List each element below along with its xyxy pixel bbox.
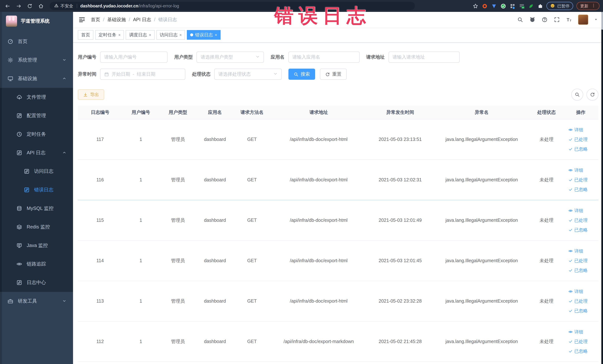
action-已忽略[interactable]: 已忽略 <box>568 348 588 354</box>
reset-button[interactable]: 重置 <box>320 69 347 80</box>
cell: dashboard <box>197 137 233 142</box>
search-icon[interactable] <box>517 16 523 23</box>
home-icon[interactable] <box>37 2 45 10</box>
process-status-select[interactable]: 请选择处理状态 <box>214 69 282 80</box>
action-已处理[interactable]: 已处理 <box>568 258 588 264</box>
sidebar-item-链路追踪[interactable]: 链路追踪 <box>0 255 73 273</box>
fullscreen-icon[interactable] <box>554 16 560 23</box>
action-详细[interactable]: 详细 <box>568 208 583 214</box>
reload-icon[interactable] <box>26 2 33 10</box>
filter-user-id: 用户编号 <box>78 52 168 63</box>
table-row[interactable]: 1131管理员dashboardGET/api/infra/db-doc/exp… <box>78 281 598 322</box>
tab-访问日志[interactable]: 访问日志 × <box>156 30 185 40</box>
app-name-input[interactable] <box>288 52 359 63</box>
github-icon[interactable] <box>529 16 536 23</box>
table-row[interactable]: 1151管理员dashboardGET/api/infra/db-doc/exp… <box>78 200 598 241</box>
sidebar-item-系统管理[interactable]: 系统管理 <box>0 51 73 69</box>
breadcrumb-item-基础设施[interactable]: 基础设施 <box>107 16 126 23</box>
fontsize-icon[interactable]: TT <box>566 16 572 23</box>
exception-time-daterange[interactable]: 开始日期 - 结束日期 <box>100 69 185 80</box>
user-id-input[interactable] <box>100 52 168 63</box>
breadcrumb-item-首页[interactable]: 首页 <box>91 16 100 23</box>
bookmark-star-icon[interactable] <box>472 3 478 9</box>
table-body: 1171管理员dashboardGET/api/infra/db-doc/exp… <box>78 119 598 362</box>
action-已处理[interactable]: 已处理 <box>568 298 588 304</box>
cell: 未处理 <box>530 258 563 264</box>
table-row[interactable]: 1141管理员dashboardGET/api/infra/db-doc/exp… <box>78 241 598 281</box>
tab-close-icon[interactable]: × <box>215 33 217 37</box>
ext-grid-drop-icon[interactable] <box>509 3 515 9</box>
table-row[interactable]: 1121管理员dashboardGET/api/infra/db-doc/exp… <box>78 322 598 362</box>
ext-blue-shield-icon[interactable] <box>491 3 497 9</box>
app-logo[interactable]: 芋道管理系统 <box>0 12 73 30</box>
sidebar-item-首页[interactable]: 首页 <box>0 32 73 51</box>
action-详细[interactable]: 详细 <box>568 248 583 254</box>
sidebar-item-访问日志[interactable]: 访问日志 <box>0 162 73 181</box>
tab-调度日志[interactable]: 调度日志 × <box>126 30 155 40</box>
sidebar-item-Redis 监控[interactable]: Redis 监控 <box>0 218 73 236</box>
sidebar-item-配置管理[interactable]: 配置管理 <box>0 106 73 125</box>
security-warning[interactable]: 不安全 <box>54 3 73 9</box>
action-已处理[interactable]: 已处理 <box>568 177 588 183</box>
question-icon[interactable] <box>541 16 548 23</box>
user-avatar[interactable] <box>578 14 588 25</box>
page-scrollbar[interactable] <box>601 12 603 364</box>
action-详细[interactable]: 详细 <box>568 167 583 173</box>
action-已处理[interactable]: 已处理 <box>568 338 588 345</box>
refresh-button[interactable] <box>587 89 598 101</box>
content: 用户编号 用户类型 请选择用户类型 应用名 请求地址 <box>73 43 603 364</box>
topbar-icons: TT <box>517 14 598 25</box>
sidebar-item-label: Java 监控 <box>27 242 48 249</box>
export-button[interactable]: 导出 <box>78 89 104 100</box>
profile-paused-pill[interactable]: 已暂停 <box>546 2 573 10</box>
sidebar-item-日志中心[interactable]: 日志中心 <box>0 273 73 292</box>
check-icon <box>568 299 573 303</box>
tab-close-icon[interactable]: × <box>149 33 151 37</box>
caret-down-icon[interactable] <box>594 16 598 23</box>
browser-update-button[interactable]: 更新 <box>577 2 600 10</box>
action-已忽略[interactable]: 已忽略 <box>568 146 588 152</box>
tab-错误日志[interactable]: 错误日志 × <box>187 30 220 40</box>
tab-定时任务[interactable]: 定时任务 × <box>95 30 124 40</box>
sidebar-item-MySQL 监控[interactable]: MySQL 监控 <box>0 199 73 218</box>
action-详细[interactable]: 详细 <box>568 127 583 133</box>
sidebar-item-文件管理[interactable]: 文件管理 <box>0 88 73 106</box>
action-已处理[interactable]: 已处理 <box>568 136 588 143</box>
user-type-select[interactable]: 请选择用户类型 <box>197 52 264 63</box>
sidebar-item-定时任务[interactable]: 定时任务 <box>0 125 73 143</box>
row-actions: 详细 已处理 已忽略 <box>563 208 598 233</box>
table-row[interactable]: 1171管理员dashboardGET/api/infra/db-doc/exp… <box>78 119 598 160</box>
action-详细[interactable]: 详细 <box>568 329 583 335</box>
action-详细[interactable]: 详细 <box>568 288 583 295</box>
sidebar-item-API 日志[interactable]: API 日志 <box>0 143 73 162</box>
action-已处理[interactable]: 已处理 <box>568 217 588 223</box>
request-url-input[interactable] <box>388 52 460 63</box>
page: 不安全 dashboard.yudao.iocoder.cn/infra/log… <box>0 0 603 364</box>
sidebar-item-Java 监控[interactable]: Java 监控 <box>0 236 73 255</box>
cell: 117 <box>78 137 122 142</box>
back-icon[interactable] <box>4 2 11 10</box>
sidebar-item-研发工具[interactable]: 研发工具 <box>0 292 73 310</box>
ext-on-badge-icon[interactable]: on <box>519 3 525 9</box>
tab-close-icon[interactable]: × <box>179 33 182 37</box>
action-已忽略[interactable]: 已忽略 <box>568 186 588 193</box>
toggle-search-button[interactable] <box>571 89 583 101</box>
search-button[interactable]: 搜索 <box>289 69 315 80</box>
tab-首页[interactable]: 首页 <box>78 30 93 40</box>
table-row[interactable]: 1161管理员dashboardGET/api/infra/db-doc/exp… <box>78 160 598 200</box>
action-已忽略[interactable]: 已忽略 <box>568 267 588 273</box>
browser-menu-icon[interactable] <box>591 3 596 9</box>
forward-icon[interactable] <box>15 2 22 10</box>
sidebar-item-基础设施[interactable]: 基础设施 <box>0 69 73 88</box>
hamburger-icon[interactable] <box>78 16 86 23</box>
action-已忽略[interactable]: 已忽略 <box>568 308 588 314</box>
breadcrumb-item-API 日志[interactable]: API 日志 <box>133 16 151 23</box>
ext-green-check-icon[interactable] <box>500 3 506 9</box>
action-已忽略[interactable]: 已忽略 <box>568 227 588 233</box>
sidebar-item-错误日志[interactable]: 错误日志 <box>0 181 73 199</box>
extensions-puzzle-icon[interactable] <box>537 3 543 9</box>
tab-close-icon[interactable]: × <box>118 33 121 37</box>
scrollbar-thumb[interactable] <box>601 12 603 30</box>
ext-orange-ring-icon[interactable] <box>482 3 487 9</box>
ext-green-leaf-icon[interactable] <box>528 3 534 9</box>
